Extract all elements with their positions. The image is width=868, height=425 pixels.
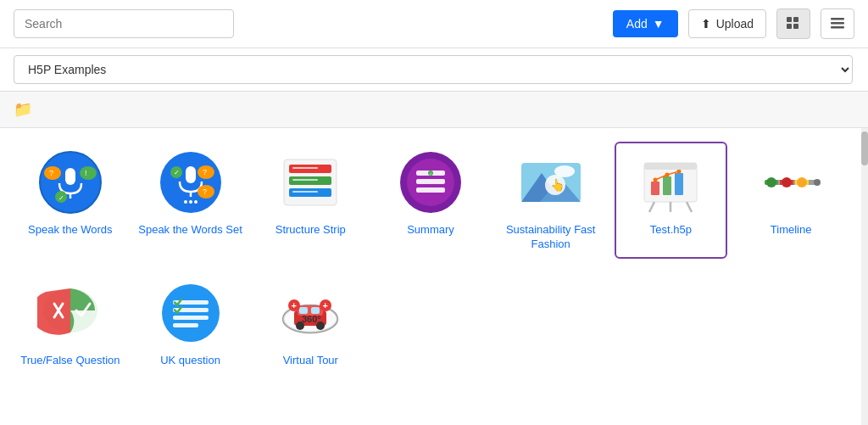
svg-rect-39 [416, 179, 445, 184]
svg-point-27 [189, 200, 192, 204]
scrollbar-thumb[interactable] [861, 131, 868, 165]
svg-point-69 [814, 179, 821, 186]
svg-point-13 [80, 166, 97, 180]
grid-item-test-h5p[interactable]: Test.h5p [615, 142, 728, 259]
svg-rect-9 [65, 168, 75, 185]
svg-rect-2 [787, 24, 792, 29]
svg-point-74 [162, 284, 220, 342]
svg-line-50 [649, 202, 654, 212]
add-label: Add [626, 17, 648, 31]
svg-rect-77 [173, 316, 209, 320]
svg-text:?: ? [49, 169, 53, 177]
svg-text:✓: ✓ [429, 171, 432, 176]
svg-rect-18 [186, 166, 196, 183]
timeline-label: Timeline [771, 223, 812, 238]
icon-sustainability: 👆 [517, 148, 585, 216]
svg-point-67 [782, 177, 792, 187]
grid-item-virtual-tour[interactable]: + + 360° Virtual Tour [253, 272, 367, 375]
add-button[interactable]: Add ▼ [613, 10, 678, 37]
svg-point-68 [797, 177, 807, 187]
svg-rect-1 [793, 17, 798, 22]
list-view-button[interactable] [821, 8, 854, 39]
svg-text:+: + [292, 299, 297, 310]
grid-item-speak-words[interactable]: ? ! ✓ Speak the Words [14, 142, 127, 259]
upload-label: Upload [716, 17, 754, 31]
grid-item-uk-question[interactable]: UK question [134, 272, 248, 375]
svg-rect-33 [292, 167, 318, 169]
icon-speak-words: ? ! ✓ [36, 148, 104, 216]
svg-rect-61 [644, 163, 697, 170]
summary-label: Summary [407, 223, 454, 238]
grid-item-true-false[interactable]: True/False Question [14, 272, 127, 375]
svg-rect-84 [311, 307, 320, 314]
svg-rect-4 [831, 18, 844, 20]
sustainability-label: Sustainability Fast Fashion [498, 223, 604, 252]
svg-text:!: ! [85, 169, 87, 177]
svg-text:?: ? [203, 168, 207, 176]
scrollbar-track[interactable] [861, 128, 868, 425]
svg-rect-6 [831, 26, 844, 29]
svg-point-26 [184, 200, 187, 204]
svg-text:✓: ✓ [174, 169, 180, 176]
folder-select[interactable]: H5P Examples [14, 55, 853, 84]
search-input[interactable] [14, 9, 234, 38]
svg-rect-35 [292, 191, 318, 193]
svg-point-28 [194, 200, 198, 204]
grid-item-speak-words-set[interactable]: ✓ ? ? Speak the Words Set [134, 142, 248, 259]
folder-icon: 📁 [14, 101, 32, 118]
svg-rect-0 [787, 17, 792, 22]
folder-row: 📁 [0, 92, 868, 128]
svg-text:✓: ✓ [58, 194, 64, 202]
icon-summary: ✓ [397, 148, 465, 216]
icon-timeline [757, 148, 825, 216]
svg-rect-55 [675, 173, 683, 195]
svg-text:?: ? [203, 187, 207, 196]
icon-test-h5p [637, 148, 704, 216]
icon-uk-question [157, 279, 225, 347]
list-icon [830, 16, 845, 31]
content-area: ? ! ✓ Speak the Words ✓ [0, 128, 868, 425]
svg-rect-78 [173, 323, 198, 327]
icon-speak-words-set: ✓ ? ? [157, 148, 225, 216]
upload-icon: ⬆ [701, 17, 711, 31]
speak-words-label: Speak the Words [28, 223, 112, 238]
dropdown-row: H5P Examples [0, 48, 868, 92]
svg-rect-34 [292, 179, 318, 181]
true-false-label: True/False Question [20, 354, 120, 368]
icon-structure-strip [276, 148, 344, 216]
grid-view-button[interactable] [776, 8, 810, 39]
test-h5p-label: Test.h5p [650, 223, 692, 238]
dropdown-arrow-icon: ▼ [653, 17, 665, 31]
svg-rect-40 [416, 187, 445, 193]
grid-item-structure-strip[interactable]: Structure Strip [253, 142, 367, 259]
grid-icon [786, 16, 801, 31]
grid-item-timeline[interactable]: Timeline [734, 142, 848, 259]
svg-point-66 [766, 177, 776, 187]
icon-virtual-tour: + + 360° [276, 279, 344, 347]
svg-rect-3 [793, 24, 798, 29]
virtual-tour-label: Virtual Tour [283, 354, 338, 368]
svg-text:+: + [323, 299, 328, 310]
structure-strip-label: Structure Strip [275, 223, 346, 238]
svg-rect-54 [663, 176, 671, 195]
svg-rect-5 [831, 22, 844, 25]
svg-rect-83 [299, 307, 308, 314]
svg-text:👆: 👆 [550, 178, 565, 193]
uk-question-label: UK question [160, 354, 220, 368]
grid-item-sustainability[interactable]: 👆 Sustainability Fast Fashion [494, 142, 608, 259]
top-bar: Add ▼ ⬆ Upload [0, 0, 868, 48]
speak-words-set-label: Speak the Words Set [138, 223, 242, 238]
svg-rect-53 [651, 182, 659, 195]
svg-text:360°: 360° [302, 314, 321, 324]
upload-button[interactable]: ⬆ Upload [688, 9, 766, 38]
svg-line-51 [687, 202, 692, 212]
icon-true-false [36, 279, 104, 347]
grid-container: ? ! ✓ Speak the Words ✓ [14, 142, 854, 375]
grid-item-summary[interactable]: ✓ Summary [374, 142, 487, 259]
